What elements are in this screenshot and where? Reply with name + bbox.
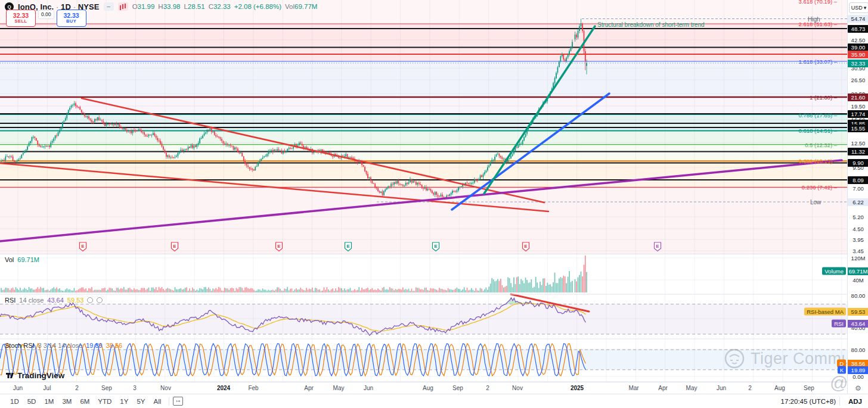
time-axis-label: May	[686, 385, 698, 391]
volume-bar	[106, 291, 107, 292]
volume-bar	[236, 288, 237, 292]
range-button-all[interactable]: All	[150, 398, 166, 405]
currency-selector[interactable]: USD ▾	[849, 2, 868, 13]
volume-bar	[436, 289, 437, 292]
candle-body	[292, 148, 293, 149]
range-button-1m[interactable]: 1M	[40, 398, 58, 405]
volume-bar	[430, 288, 431, 292]
volume-bar	[398, 289, 399, 292]
rsi-axis-label: 80.00	[848, 292, 868, 300]
chart-canvas[interactable]: EEEEEEE	[0, 0, 868, 408]
time-axis-label: Sep	[101, 385, 112, 391]
time-axis-settings-icon[interactable]: ⚙	[847, 382, 868, 394]
volume-bar	[367, 288, 368, 292]
candle-body	[416, 182, 417, 185]
candle-body	[563, 55, 564, 60]
candle-body	[58, 132, 59, 136]
range-button-5y[interactable]: 5Y	[132, 398, 149, 405]
candle-body	[2, 160, 4, 161]
rsi-title[interactable]: RSI	[5, 297, 16, 304]
candle-body	[457, 191, 458, 192]
collapse-icon[interactable]: –	[104, 2, 114, 11]
candle-body	[98, 117, 100, 120]
volume-bar	[438, 290, 439, 292]
volume-bar	[582, 276, 583, 292]
range-button-1d[interactable]: 1D	[6, 398, 23, 405]
candle-body	[420, 184, 421, 185]
go-to-date-icon[interactable]: ↦	[173, 397, 183, 406]
range-button-3m[interactable]: 3M	[58, 398, 76, 405]
buy-button[interactable]: 32.33 BUY	[57, 10, 86, 27]
candle-body	[97, 117, 98, 120]
adj-toggle[interactable]: ADJ	[844, 398, 862, 405]
candle-body	[430, 189, 431, 191]
candle-body	[572, 42, 573, 47]
volume-bar	[366, 288, 367, 292]
candle-body	[236, 148, 237, 149]
time-axis[interactable]: JunJul2Sep3Nov2024FebAprMayJunAugSep2Nov…	[0, 382, 847, 394]
volume-bar	[531, 279, 532, 292]
time-axis-label: Aug	[774, 385, 785, 391]
price-axis-label: 6.22	[848, 198, 868, 206]
candle-body	[499, 154, 500, 157]
candle-body	[179, 152, 180, 153]
candle-body	[128, 130, 129, 132]
candle-body	[559, 62, 560, 67]
trend-annotation[interactable]: Structural breakdown of short-term trend	[597, 21, 705, 28]
sell-button[interactable]: 32.33 SELL	[6, 10, 36, 27]
candle-body	[191, 145, 192, 148]
candle-body	[48, 146, 49, 147]
candle-body	[49, 145, 50, 147]
volume-bar	[231, 288, 232, 292]
range-button-5d[interactable]: 5D	[23, 398, 41, 405]
range-button-1y[interactable]: 1Y	[116, 398, 132, 405]
clock[interactable]: 17:20:45 (UTC+8)	[781, 398, 836, 405]
volume-bar	[2, 290, 4, 292]
candle-body	[345, 154, 346, 157]
rsi-source-icon[interactable]	[87, 297, 93, 303]
candle-body	[379, 191, 380, 193]
volume-bar	[474, 291, 475, 292]
volume-bar	[470, 290, 471, 292]
range-button-6m[interactable]: 6M	[76, 398, 94, 405]
candle-body	[61, 127, 62, 129]
volume-bar	[413, 291, 414, 292]
volume-bar	[259, 289, 261, 292]
candle-body	[520, 144, 522, 144]
candle-body	[94, 119, 95, 122]
tradingview-logo[interactable]: TradingView	[5, 370, 64, 380]
range-button-ytd[interactable]: YTD	[94, 398, 116, 405]
candle-body	[436, 192, 437, 195]
price-axis[interactable]: USD ▾ 54.7442.5048.7339.0035.9030.5032.3…	[847, 0, 868, 394]
volume-bar	[116, 288, 117, 292]
volume-bar	[303, 290, 304, 292]
candle-body	[240, 152, 241, 153]
rsi-source-icon[interactable]	[97, 297, 103, 303]
currency-label: USD	[851, 5, 863, 11]
fib-band	[0, 187, 847, 254]
volume-bar	[191, 291, 192, 292]
candle-body	[366, 171, 367, 174]
volume-bar	[218, 287, 219, 292]
volume-bar	[454, 290, 455, 292]
stoch-title[interactable]: Stoch RSI	[5, 342, 35, 349]
stoch-k-value: 19.89	[86, 342, 103, 349]
volume-bar	[123, 287, 125, 292]
volume-bar	[358, 287, 359, 292]
candle-body	[256, 166, 258, 167]
price-axis-label: 4.50	[848, 225, 868, 233]
chart-style-icon[interactable]	[118, 2, 128, 11]
volume-bar	[281, 291, 283, 292]
volume-bar	[162, 287, 163, 292]
volume-bar	[294, 289, 296, 292]
volume-bar	[188, 291, 189, 292]
rsi-params: 14 close	[19, 297, 44, 304]
volume-bar	[329, 291, 330, 292]
candle-body	[100, 120, 101, 120]
candle-body	[220, 137, 221, 139]
volume-bar	[513, 278, 514, 292]
volume-bar	[483, 291, 484, 292]
volume-bar	[547, 283, 548, 292]
candle-body	[217, 136, 218, 137]
volume-bar	[227, 288, 228, 292]
